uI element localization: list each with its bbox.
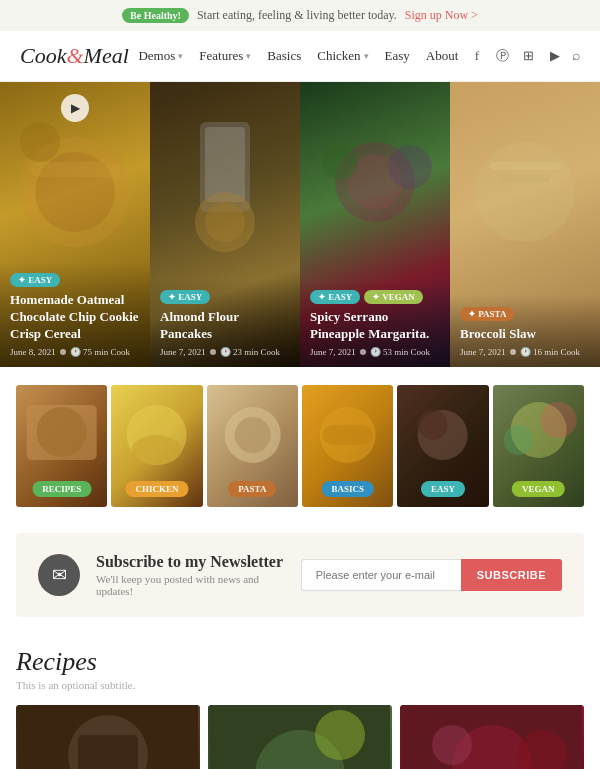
slide-meta-4: June 7, 2021 🕐 16 min Cook — [460, 347, 590, 357]
signup-link[interactable]: Sign up Now > — [405, 8, 478, 23]
slide-overlay-2: ✦ EASY Almond Flour Pancakes June 7, 202… — [150, 278, 300, 367]
search-icon[interactable]: ⌕ — [572, 48, 580, 64]
youtube-icon[interactable]: ▶ — [546, 47, 564, 65]
recipes-grid — [16, 705, 584, 769]
grid-tag-vegan: VEGAN — [512, 481, 565, 497]
instagram-icon[interactable]: ⊞ — [520, 47, 538, 65]
svg-point-11 — [322, 144, 358, 180]
hero-slider: ▶ ✦ EASY Homemade Oatmeal Chocolate Chip… — [0, 82, 600, 367]
recipe-card-2[interactable] — [208, 705, 392, 769]
svg-rect-23 — [323, 425, 373, 445]
grid-tag-pasta: PASTA — [228, 481, 276, 497]
nav-easy[interactable]: Easy — [385, 48, 410, 64]
chevron-down-icon: ▾ — [246, 51, 251, 61]
chevron-down-icon: ▾ — [178, 51, 183, 61]
svg-rect-31 — [78, 735, 138, 769]
svg-point-25 — [418, 410, 448, 440]
slide-title-1: Homemade Oatmeal Chocolate Chip Cookie C… — [10, 292, 140, 343]
svg-point-21 — [234, 417, 270, 453]
svg-rect-14 — [490, 162, 560, 170]
grid-item-basics[interactable]: BASICS — [302, 385, 393, 507]
slide-meta-1: June 8, 2021 🕐 75 min Cook — [10, 347, 140, 357]
svg-point-13 — [475, 142, 575, 242]
newsletter-section: ✉ Subscribe to my Newsletter We'll keep … — [16, 533, 584, 617]
grid-item-chicken[interactable]: CHICKEN — [111, 385, 202, 507]
banner-text: Start eating, feeling & living better to… — [197, 8, 397, 23]
svg-point-34 — [315, 710, 365, 760]
svg-point-17 — [37, 407, 87, 457]
play-button[interactable]: ▶ — [61, 94, 89, 122]
recipe-card-1[interactable] — [16, 705, 200, 769]
newsletter-form: SUBSCRIBE — [301, 559, 562, 591]
pinterest-icon[interactable]: Ⓟ — [494, 47, 512, 65]
svg-point-28 — [503, 425, 533, 455]
slide-overlay-4: ✦ PASTA Broccoli Slaw June 7, 2021 🕐 16 … — [450, 295, 600, 367]
slide-title-3: Spicy Serrano Pineapple Margarita. — [310, 309, 440, 343]
grid-tag-easy: EASY — [421, 481, 465, 497]
newsletter-icon: ✉ — [38, 554, 80, 596]
slide-overlay-1: ✦ EASY Homemade Oatmeal Chocolate Chip C… — [0, 261, 150, 367]
svg-rect-6 — [205, 127, 245, 202]
grid-tag-basics: BASICS — [321, 481, 374, 497]
grid-tag-chicken: CHICKEN — [125, 481, 188, 497]
recipes-section: Recipes This is an optional subtitle. — [0, 633, 600, 769]
svg-point-37 — [432, 725, 472, 765]
svg-point-19 — [132, 435, 182, 465]
hero-slide-2[interactable]: ✦ EASY Almond Flour Pancakes June 7, 202… — [150, 82, 300, 367]
be-healthy-badge: Be Healthy! — [122, 8, 189, 23]
grid-tag-recipes: RECIPES — [32, 481, 91, 497]
slide-title-4: Broccoli Slaw — [460, 326, 590, 343]
recipes-title: Recipes — [16, 647, 584, 677]
facebook-icon[interactable]: f — [468, 47, 486, 65]
slide-tag-easy-3: ✦ EASY — [310, 290, 360, 304]
recipe-card-3[interactable] — [400, 705, 584, 769]
svg-point-3 — [20, 122, 60, 162]
slide-meta-3: June 7, 2021 🕐 53 min Cook — [310, 347, 440, 357]
grid-item-vegan[interactable]: VEGAN — [493, 385, 584, 507]
newsletter-text: Subscribe to my Newsletter We'll keep yo… — [96, 553, 285, 597]
main-nav: Demos ▾ Features ▾ Basics Chicken ▾ Easy… — [138, 48, 458, 64]
svg-point-12 — [388, 145, 432, 189]
slide-tag-pasta-4: ✦ PASTA — [460, 307, 514, 321]
slide-tag-easy-1: ✦ EASY — [10, 273, 60, 287]
hero-slide-1[interactable]: ▶ ✦ EASY Homemade Oatmeal Chocolate Chip… — [0, 82, 150, 367]
grid-item-easy[interactable]: EASY — [397, 385, 488, 507]
nav-features[interactable]: Features ▾ — [199, 48, 251, 64]
logo[interactable]: Cook&Meal — [20, 43, 129, 69]
nav-about[interactable]: About — [426, 48, 459, 64]
slide-overlay-3: ✦ EASY ✦ VEGAN Spicy Serrano Pineapple M… — [300, 282, 450, 367]
grid-item-pasta[interactable]: PASTA — [207, 385, 298, 507]
newsletter-title: Subscribe to my Newsletter — [96, 553, 285, 571]
nav-chicken[interactable]: Chicken ▾ — [317, 48, 368, 64]
recipes-subtitle: This is an optional subtitle. — [16, 679, 584, 691]
nav-demos[interactable]: Demos ▾ — [138, 48, 183, 64]
svg-point-8 — [205, 202, 245, 242]
hero-slide-3[interactable]: ✦ EASY ✦ VEGAN Spicy Serrano Pineapple M… — [300, 82, 450, 367]
chevron-down-icon: ▾ — [364, 51, 369, 61]
slide-tag-vegan-3: ✦ VEGAN — [364, 290, 423, 304]
grid-item-recipes[interactable]: RECIPES — [16, 385, 107, 507]
header: Cook&Meal Demos ▾ Features ▾ Basics Chic… — [0, 31, 600, 82]
svg-point-27 — [540, 402, 576, 438]
slide-meta-2: June 7, 2021 🕐 23 min Cook — [160, 347, 290, 357]
svg-point-4 — [95, 137, 125, 167]
slide-title-2: Almond Flour Pancakes — [160, 309, 290, 343]
newsletter-subscribe-button[interactable]: SUBSCRIBE — [461, 559, 562, 591]
slide-tag-easy-2: ✦ EASY — [160, 290, 210, 304]
newsletter-subtitle: We'll keep you posted with news and upda… — [96, 573, 285, 597]
nav-basics[interactable]: Basics — [267, 48, 301, 64]
newsletter-email-input[interactable] — [301, 559, 461, 591]
social-icons: f Ⓟ ⊞ ▶ ⌕ — [468, 47, 580, 65]
image-grid: RECIPES CHICKEN PASTA BASICS EASY — [0, 367, 600, 517]
top-banner: Be Healthy! Start eating, feeling & livi… — [0, 0, 600, 31]
svg-rect-15 — [500, 177, 550, 182]
hero-slide-4[interactable]: ✦ PASTA Broccoli Slaw June 7, 2021 🕐 16 … — [450, 82, 600, 367]
